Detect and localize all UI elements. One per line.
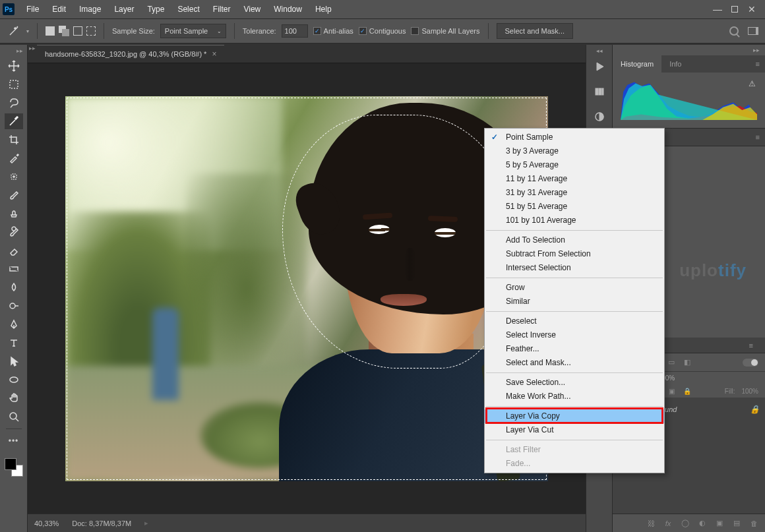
context-menu-item[interactable]: Feather... — [485, 342, 664, 356]
healing-brush-tool-icon[interactable] — [5, 169, 23, 185]
context-menu-item[interactable]: 51 by 51 Average — [485, 200, 664, 214]
menu-edit[interactable]: Edit — [46, 0, 73, 18]
gradient-tool-icon[interactable] — [5, 261, 23, 277]
eraser-tool-icon[interactable] — [5, 243, 23, 258]
search-icon[interactable] — [729, 26, 739, 36]
context-menu-item[interactable]: Make Work Path... — [485, 390, 664, 403]
marquee-tool-icon[interactable] — [5, 76, 23, 92]
histogram-warning-icon[interactable]: ⚠ — [749, 79, 756, 88]
doc-size[interactable]: Doc: 8,37M/8,37M — [72, 519, 131, 527]
type-tool-icon[interactable] — [5, 335, 23, 351]
context-menu-item[interactable]: Similar — [485, 295, 664, 309]
play-actions-icon[interactable] — [594, 61, 605, 73]
zoom-tool-icon[interactable] — [5, 409, 23, 425]
delete-layer-icon[interactable]: 🗑 — [749, 519, 758, 528]
history-brush-tool-icon[interactable] — [5, 224, 23, 240]
context-menu-item[interactable]: Subtract From Selection — [485, 247, 664, 261]
blur-tool-icon[interactable] — [5, 280, 23, 295]
adjustments-icon[interactable] — [594, 111, 605, 123]
menu-type[interactable]: Type — [140, 0, 171, 18]
info-tab[interactable]: Info — [661, 55, 689, 73]
eyedropper-tool-icon[interactable] — [5, 150, 23, 166]
context-menu-item[interactable]: Layer Via Cut — [485, 423, 664, 437]
context-menu-item[interactable]: 31 by 31 Average — [485, 186, 664, 200]
document-tab[interactable]: handsome-635832_1920.jpg @ 40,3% (RGB/8#… — [37, 45, 224, 63]
new-layer-icon[interactable]: ▤ — [732, 519, 741, 528]
menu-help[interactable]: Help — [309, 0, 338, 18]
context-menu-item[interactable]: Deselect — [485, 314, 664, 328]
antialias-checkbox[interactable]: Anti-alias — [313, 27, 353, 35]
menu-filter[interactable]: Filter — [206, 0, 237, 18]
svg-line-5 — [10, 267, 18, 271]
tool-preset-magic-wand-icon[interactable] — [7, 24, 21, 38]
context-menu-item[interactable]: Save Selection... — [485, 376, 664, 390]
zoom-level[interactable]: 40,33% — [34, 519, 59, 527]
new-group-icon[interactable]: ▣ — [715, 519, 724, 528]
context-menu-item[interactable]: Intersect Selection — [485, 261, 664, 275]
libraries-icon[interactable] — [594, 86, 605, 98]
context-menu-item: Last Filter — [485, 443, 664, 457]
workspace-switcher-icon[interactable] — [748, 27, 758, 35]
brush-tool-icon[interactable] — [5, 187, 23, 203]
context-menu-item[interactable]: 11 by 11 Average — [485, 172, 664, 186]
sample-size-select[interactable]: Point Sample⌄ — [160, 24, 226, 38]
tolerance-input[interactable] — [282, 24, 308, 38]
context-menu-item[interactable]: Grow — [485, 281, 664, 295]
fill-value[interactable]: 100% — [741, 388, 758, 395]
menu-window[interactable]: Window — [267, 0, 309, 18]
menu-select[interactable]: Select — [171, 0, 206, 18]
new-fill-adjustment-icon[interactable]: ◐ — [698, 519, 707, 528]
path-selection-tool-icon[interactable] — [5, 353, 23, 369]
link-layers-icon[interactable]: ⛓ — [646, 519, 656, 528]
filter-shape-icon[interactable]: ▭ — [667, 358, 676, 367]
window-controls: — ✕ — [714, 5, 762, 13]
panel-menu-icon[interactable]: ≡ — [750, 55, 765, 73]
lasso-tool-icon[interactable] — [5, 95, 23, 111]
panel-menu-icon[interactable]: ≡ — [750, 129, 765, 146]
contiguous-checkbox[interactable]: Contiguous — [359, 27, 406, 35]
edit-toolbar-icon[interactable]: ••• — [5, 433, 23, 449]
magic-wand-tool-icon[interactable] — [5, 113, 23, 129]
context-menu-item[interactable]: Add To Selection — [485, 233, 664, 247]
context-menu-item[interactable]: 3 by 3 Average — [485, 144, 664, 158]
foreground-color-swatch[interactable] — [5, 458, 16, 470]
histogram-graphic — [621, 78, 757, 120]
color-swatches[interactable] — [5, 458, 23, 477]
crop-tool-icon[interactable] — [5, 132, 23, 148]
lock-artboard-icon[interactable]: ▣ — [667, 386, 676, 396]
clone-stamp-tool-icon[interactable] — [5, 206, 23, 222]
selection-mode-icons[interactable] — [46, 26, 96, 36]
dodge-tool-icon[interactable] — [5, 298, 23, 314]
filter-toggle[interactable] — [743, 359, 758, 367]
layer-lock-icon[interactable]: 🔒 — [750, 405, 760, 414]
menu-layer[interactable]: Layer — [107, 0, 140, 18]
status-chevron-icon[interactable]: ▸ — [144, 519, 148, 527]
context-menu-item[interactable]: 5 by 5 Average — [485, 158, 664, 172]
shape-tool-icon[interactable] — [5, 372, 23, 388]
layer-fx-icon[interactable]: fx — [663, 519, 673, 528]
context-menu-item[interactable]: Select and Mask... — [485, 356, 664, 370]
pen-tool-icon[interactable] — [5, 316, 23, 332]
document-canvas[interactable] — [65, 96, 548, 481]
context-menu-item[interactable]: Layer Via Copy — [485, 409, 664, 423]
close-icon[interactable]: ✕ — [748, 5, 756, 13]
menu-image[interactable]: Image — [73, 0, 107, 18]
histogram-tab[interactable]: Histogram — [613, 55, 661, 73]
menu-file[interactable]: File — [20, 0, 46, 18]
context-menu-item[interactable]: Point Sample — [485, 131, 664, 144]
context-menu-item[interactable]: 101 by 101 Average — [485, 214, 664, 227]
context-menu-item[interactable]: Select Inverse — [485, 328, 664, 342]
svg-rect-9 — [596, 88, 598, 95]
menu-view[interactable]: View — [237, 0, 267, 18]
filter-smart-icon[interactable]: ◧ — [683, 358, 692, 367]
maximize-icon[interactable] — [731, 5, 739, 13]
move-tool-icon[interactable] — [5, 58, 23, 74]
lock-all-icon[interactable]: 🔒 — [683, 386, 692, 396]
minimize-icon[interactable]: — — [714, 5, 721, 13]
tab-chevrons-icon[interactable]: ▸▸ — [29, 45, 36, 51]
select-and-mask-button[interactable]: Select and Mask... — [497, 23, 574, 39]
hand-tool-icon[interactable] — [5, 390, 23, 406]
layer-mask-icon[interactable]: ◯ — [681, 519, 690, 528]
close-tab-icon[interactable]: × — [212, 49, 216, 59]
sample-all-layers-checkbox[interactable]: Sample All Layers — [411, 27, 479, 35]
